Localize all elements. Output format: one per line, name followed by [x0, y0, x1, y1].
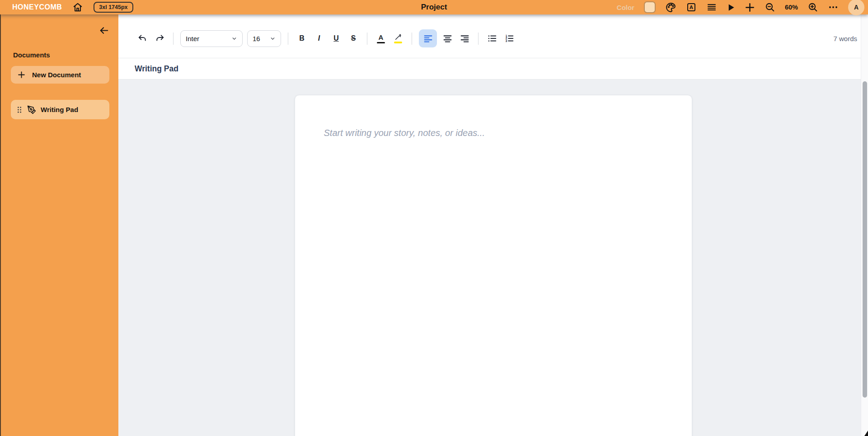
sidebar-collapse-row: [1, 14, 118, 36]
drag-handle-icon[interactable]: [16, 105, 23, 114]
plus-icon: [745, 2, 755, 13]
bullet-list-icon: [487, 33, 497, 43]
writing-page[interactable]: Start writing your story, notes, or idea…: [295, 95, 692, 436]
collapse-sidebar-button[interactable]: [99, 25, 109, 36]
word-count: 7 words: [833, 35, 857, 42]
svg-text:A: A: [690, 5, 693, 10]
document-title[interactable]: Writing Pad: [135, 64, 178, 74]
font-style-button[interactable]: A: [686, 2, 697, 13]
bold-button[interactable]: B: [295, 29, 309, 47]
more-options-button[interactable]: [828, 2, 839, 13]
home-button[interactable]: [73, 2, 83, 12]
text-color-letter: A: [379, 33, 384, 41]
numbered-list-icon: 1 2 3: [504, 33, 514, 43]
project-title: Project: [421, 3, 447, 11]
document-title-row: Writing Pad: [118, 58, 868, 80]
font-family-select[interactable]: Inter: [180, 30, 243, 47]
scrollbar-thumb[interactable]: [863, 81, 867, 398]
bullet-list-button[interactable]: [485, 29, 499, 47]
palette-icon: [665, 2, 676, 13]
documents-heading: Documents: [13, 51, 118, 59]
editor-content: Inter 16 B I U S A: [118, 14, 868, 436]
align-center-button[interactable]: [441, 29, 454, 47]
toolbar-separator: [288, 33, 288, 45]
chevron-down-icon: [270, 36, 276, 42]
formatting-toolbar: Inter 16 B I U S A: [118, 14, 868, 58]
numbered-list-button[interactable]: 1 2 3: [502, 29, 516, 47]
svg-text:3: 3: [506, 39, 507, 42]
zoom-level: 60%: [785, 4, 798, 11]
color-swatch[interactable]: [644, 1, 656, 13]
zoom-in-button[interactable]: [807, 2, 818, 13]
home-icon: [73, 2, 83, 12]
toolbar-separator: [478, 33, 479, 45]
align-right-icon: [460, 34, 469, 43]
viewport-size-badge[interactable]: 3xl 1745px: [94, 2, 133, 13]
plus-icon: [17, 70, 26, 79]
letter-a-box-icon: A: [686, 2, 697, 13]
zoom-out-button[interactable]: [765, 2, 775, 13]
undo-icon: [137, 33, 148, 44]
text-color-button[interactable]: A: [374, 29, 388, 47]
new-document-label: New Document: [32, 71, 81, 79]
highlight-button[interactable]: [391, 29, 405, 47]
text-color-bar: [377, 42, 385, 44]
arrow-left-icon: [99, 25, 109, 36]
font-size-value: 16: [253, 35, 260, 42]
mouse-cursor: [862, 429, 868, 436]
editor-canvas: Start writing your story, notes, or idea…: [118, 80, 868, 436]
vertical-scrollbar[interactable]: [861, 14, 868, 436]
pen-tool-icon: [27, 105, 36, 114]
document-item-label: Writing Pad: [41, 106, 78, 113]
align-center-icon: [443, 34, 452, 43]
new-document-button[interactable]: New Document: [11, 66, 109, 84]
redo-icon: [155, 33, 165, 44]
align-left-icon: [423, 34, 433, 43]
play-button[interactable]: [727, 3, 735, 12]
font-size-select[interactable]: 16: [247, 30, 281, 47]
toolbar-separator: [412, 33, 412, 45]
app-logo: HONEYCOMB: [12, 3, 62, 11]
main-area: Documents New Document: [0, 14, 868, 436]
line-spacing-button[interactable]: [706, 2, 717, 13]
play-icon: [727, 3, 735, 12]
toolbar-separator: [173, 33, 174, 45]
topbar-right: Color A: [617, 0, 864, 15]
font-family-value: Inter: [186, 35, 199, 42]
avatar[interactable]: A: [848, 0, 864, 15]
strikethrough-button[interactable]: S: [347, 29, 360, 47]
zoom-in-icon: [807, 2, 818, 13]
redo-button[interactable]: [153, 29, 166, 47]
toolbar-separator: [367, 33, 367, 45]
underline-button[interactable]: U: [329, 29, 343, 47]
align-right-button[interactable]: [458, 29, 471, 47]
highlighter-icon: [394, 33, 402, 41]
topbar-left: HONEYCOMB 3xl 1745px: [12, 2, 133, 13]
italic-button[interactable]: I: [312, 29, 326, 47]
horizontal-lines-icon: [706, 2, 717, 13]
topbar: Project HONEYCOMB 3xl 1745px Color: [0, 0, 868, 14]
undo-button[interactable]: [136, 29, 149, 47]
editor-placeholder: Start writing your story, notes, or idea…: [324, 128, 663, 138]
ellipsis-icon: [828, 2, 839, 13]
align-left-button[interactable]: [419, 29, 437, 47]
documents-sidebar: Documents New Document: [0, 14, 118, 436]
color-label: Color: [617, 4, 634, 11]
chevron-down-icon: [231, 36, 237, 42]
add-button[interactable]: [745, 2, 755, 13]
highlight-color-bar: [394, 42, 402, 43]
theme-palette-button[interactable]: [665, 2, 676, 13]
sidebar-item-writing-pad[interactable]: Writing Pad: [11, 100, 109, 119]
zoom-out-icon: [765, 2, 775, 13]
